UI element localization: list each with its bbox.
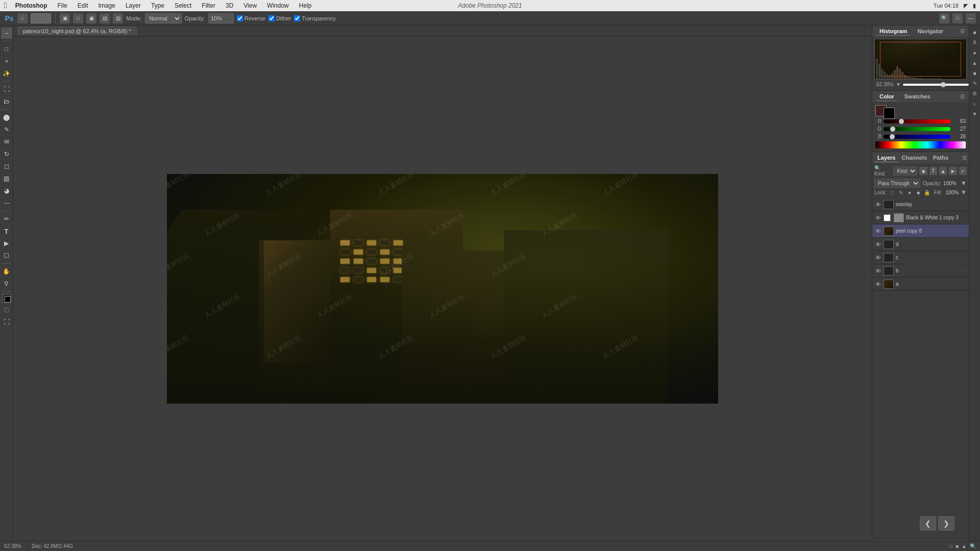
layers-tab[interactable]: Layers (874, 154, 898, 162)
b-slider[interactable] (884, 135, 950, 139)
fr-btn3[interactable]: ● (970, 48, 979, 57)
histogram-panel-header[interactable]: Histogram Navigator ☰ (872, 26, 969, 37)
crop-tool[interactable]: ⛶ (1, 84, 12, 95)
histogram-tab[interactable]: Histogram (876, 27, 910, 36)
bottom-icon3[interactable]: ▲ (962, 543, 967, 549)
pen-tool[interactable]: ✏ (1, 213, 12, 224)
canvas[interactable]: 人人素材社区 人人素材社区 人人素材社区 人人素材社区 人人素材社区 人人素材社… (167, 174, 718, 404)
healing-brush-tool[interactable]: ⬤ (1, 112, 12, 123)
menu-filter[interactable]: Filter (200, 1, 217, 10)
layer-visibility-toggle[interactable]: 👁 (874, 241, 881, 248)
text-tool[interactable]: T (1, 226, 12, 237)
dither-checkbox[interactable] (268, 15, 275, 21)
color-spectrum-bar[interactable] (875, 141, 966, 148)
fr-btn8[interactable]: ▹ (970, 99, 979, 108)
layer-icon-btn2[interactable]: T (929, 167, 937, 175)
navigator-tab[interactable]: Navigator (914, 27, 946, 35)
grid-icon3[interactable]: ▣ (86, 13, 96, 23)
opacity-input[interactable]: 10% (208, 13, 234, 23)
move-tool[interactable]: → (1, 28, 12, 39)
fr-btn9[interactable]: ▼ (970, 109, 979, 118)
expand-icon[interactable]: □ (952, 13, 963, 23)
clone-stamp-tool[interactable]: ✉ (1, 136, 12, 147)
lock-artboard-icon[interactable]: ■ (915, 189, 922, 196)
layer-icon-btn3[interactable]: ▲ (939, 167, 947, 175)
home-icon[interactable]: ⌂ (17, 13, 28, 23)
layer-item[interactable]: 👁 d (872, 238, 969, 251)
swatches-tab[interactable]: Swatches (901, 92, 934, 101)
menu-3d[interactable]: 3D (224, 1, 235, 10)
bottom-icon4[interactable]: 🔍 (970, 543, 976, 549)
dither-checkbox-label[interactable]: Dither (268, 15, 291, 21)
r-slider[interactable] (884, 119, 950, 123)
blur-tool[interactable]: ◕ (1, 185, 12, 196)
quick-mask-mode[interactable]: ◌ (1, 304, 12, 315)
eyedropper-tool[interactable]: 🗁 (1, 96, 12, 107)
channels-tab[interactable]: Channels (898, 154, 930, 162)
screen-mode[interactable]: ⛶ (1, 316, 12, 328)
layer-item[interactable]: 👁 c (872, 251, 969, 264)
menu-image[interactable]: Image (96, 1, 117, 10)
menu-edit[interactable]: Edit (76, 1, 90, 10)
eraser-tool[interactable]: ◻ (1, 161, 12, 172)
lock-all-icon[interactable]: 🔒 (923, 189, 930, 196)
reverse-checkbox-label[interactable]: Reverse (237, 15, 265, 21)
menu-layer[interactable]: Layer (124, 1, 143, 10)
menu-window[interactable]: Window (265, 1, 291, 10)
fr-btn6[interactable]: ✎ (970, 79, 979, 88)
fr-btn5[interactable]: ■ (970, 68, 979, 78)
layer-icon-btn4[interactable]: ► (949, 167, 957, 175)
menu-view[interactable]: View (241, 1, 259, 10)
layer-visibility-toggle[interactable]: 👁 (874, 267, 881, 274)
layer-visibility-toggle[interactable]: 👁 (874, 228, 881, 235)
bottom-icon2[interactable]: ■ (955, 543, 959, 549)
document-tab[interactable]: patreon10_night.psd @ 62.4% (a, RGB/8) * (17, 27, 137, 35)
brush-preview[interactable] (31, 13, 51, 23)
fr-btn1[interactable]: ■ (970, 28, 979, 37)
fill-arrow[interactable]: ▼ (961, 189, 967, 196)
fr-btn7[interactable]: ⚙ (970, 89, 979, 98)
lasso-tool[interactable]: ⚬ (1, 56, 12, 67)
zoom-slider[interactable] (903, 84, 969, 86)
layer-item[interactable]: 👁 Black & White 1 copy 3 (872, 211, 969, 224)
dodge-tool[interactable]: ⸻ (1, 197, 12, 209)
mode-select[interactable]: Normal Dissolve Multiply Screen Overlay (145, 13, 182, 23)
layer-visibility-toggle[interactable]: 👁 (874, 201, 881, 208)
grid-icon4[interactable]: ▤ (100, 13, 110, 23)
zoom-tool[interactable]: ⚲ (1, 278, 12, 289)
menu-select[interactable]: Select (173, 1, 193, 10)
transparency-checkbox-label[interactable]: Transparency (294, 15, 336, 21)
menu-file[interactable]: File (56, 1, 69, 10)
grid-icon2[interactable]: □ (73, 13, 83, 23)
color-panel-menu-btn[interactable]: ☰ (960, 94, 965, 99)
g-slider[interactable] (884, 127, 950, 131)
paths-tab[interactable]: Paths (930, 154, 951, 162)
lock-transparent-icon[interactable]: □ (889, 189, 896, 196)
transparency-checkbox[interactable] (294, 15, 300, 21)
collapse-icon[interactable]: — (966, 13, 976, 23)
layer-item-selected[interactable]: 👁 peel copy 8 (872, 224, 969, 238)
foreground-color[interactable] (2, 294, 11, 303)
blend-mode-select[interactable]: Pass Through Normal Multiply Screen Over… (874, 179, 920, 188)
zoom-minus[interactable]: ▼ (896, 82, 901, 87)
history-brush-tool[interactable]: ↻ (1, 148, 12, 160)
grid-icon5[interactable]: ▥ (113, 13, 123, 23)
menu-type[interactable]: Type (149, 1, 166, 10)
color-tab[interactable]: Color (876, 92, 897, 101)
fr-btn4[interactable]: ▲ (970, 58, 979, 67)
canvas-wrapper[interactable]: 人人素材社区 人人素材社区 人人素材社区 人人素材社区 人人素材社区 人人素材社… (13, 37, 872, 541)
layers-panel-menu-btn[interactable]: ☰ (962, 155, 967, 161)
menu-help[interactable]: Help (297, 1, 314, 10)
gradient-tool[interactable]: ▨ (1, 173, 12, 184)
layer-item[interactable]: 👁 b (872, 264, 969, 278)
reverse-checkbox[interactable] (237, 15, 243, 21)
lock-image-icon[interactable]: ✎ (897, 189, 904, 196)
brush-tool[interactable]: ✎ (1, 124, 12, 135)
marquee-tool[interactable]: □ (1, 43, 12, 55)
nav-right-arrow[interactable]: ❯ (938, 516, 954, 531)
layer-kind-select[interactable]: Kind (893, 166, 917, 176)
nav-left-arrow[interactable]: ❮ (920, 516, 936, 531)
apple-logo[interactable]:  (4, 1, 7, 10)
layer-visibility-toggle[interactable]: 👁 (874, 281, 881, 288)
bottom-icon1[interactable]: □ (949, 543, 952, 549)
